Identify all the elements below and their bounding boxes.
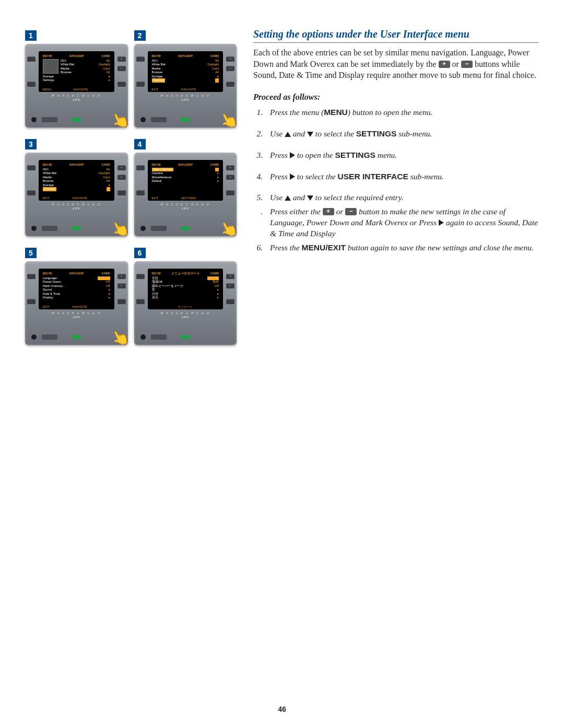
- step-5: 5. Use and to select the required entry.: [253, 192, 539, 203]
- side-button-icon: [226, 190, 234, 195]
- side-button-icon: [27, 165, 36, 170]
- side-button-icon: [136, 82, 145, 87]
- screen-topbar-item: ISO 50: [43, 54, 52, 58]
- screen-topbar-item: CARD: [210, 272, 219, 275]
- minus-button-icon: [461, 61, 473, 68]
- menu-row: Mark Overexp.:Off: [43, 284, 110, 288]
- plus-button-icon: [323, 208, 334, 215]
- minus-button-icon: [118, 66, 126, 71]
- screen-topbar-item: ISO 50: [152, 272, 161, 275]
- step-5-text: Use and to select the required entry.: [270, 192, 539, 203]
- minus-button-icon: [226, 283, 234, 288]
- camera-back-illustration: ISO 50DAYLIGHTCARDUser Interface▸Camera▸…: [134, 153, 237, 236]
- pointing-hand-icon: 👆: [217, 217, 241, 240]
- figure-number: 6: [134, 248, 146, 258]
- step-5b-number: .: [253, 206, 263, 239]
- screen-bottom-label: NAVIGATE: [73, 197, 88, 200]
- plus-button-icon: [118, 274, 126, 279]
- menu-row: ISO:50: [43, 168, 110, 172]
- menu-row: Media:Card: [61, 67, 110, 71]
- menu-row: Camera▸: [152, 171, 219, 176]
- minus-button-icon: [345, 208, 357, 215]
- screen-topbar-item: CARD: [102, 54, 110, 58]
- up-arrow-icon: [285, 195, 291, 201]
- right-arrow-icon: [439, 219, 444, 226]
- figure-2: 2ISO 50DAYLIGHTCARDISO:50White Bal:Dayli…: [134, 30, 237, 128]
- figure-4: 4ISO 50DAYLIGHTCARDUser Interface▸Camera…: [134, 139, 237, 236]
- menu-row: ISO:50: [152, 59, 219, 63]
- menu-row: Storage▸: [43, 183, 110, 188]
- intro-paragraph: Each of the above entries can be set by …: [253, 47, 539, 81]
- menu-row: Date & Time▸: [43, 292, 110, 296]
- card-slot-icon: [42, 226, 57, 231]
- down-arrow-icon: [307, 195, 313, 201]
- minus-button-icon: [118, 175, 126, 180]
- menu-row: ISO:50: [61, 59, 110, 63]
- menu-row: Media:Card: [43, 176, 110, 180]
- figure-6: 6ISO 50メニュー/ナビゲートCARD言語日本語電源Off:無効露出オーバー…: [134, 248, 237, 345]
- minus-button-icon: [226, 175, 234, 180]
- screen-topbar-item: DAYLIGHT: [179, 54, 193, 58]
- screen-bottom-label: EXIT: [43, 197, 50, 200]
- brand-label: H A S S E L B L A DCFV: [30, 202, 123, 211]
- figure-number: 3: [25, 139, 37, 149]
- card-slot-icon: [151, 117, 167, 122]
- text-column: Setting the options under the User Inter…: [253, 20, 539, 345]
- pointing-hand-icon: 👆: [108, 217, 132, 240]
- menu-row: Miscellaneous▸: [152, 176, 219, 180]
- figure-3: 3ISO 50DAYLIGHTCARDISO:50White Bal:Dayli…: [25, 139, 128, 236]
- menu-row: 表示▸: [152, 296, 219, 300]
- brand-label: H A S S E L B L A DCFV: [30, 94, 123, 102]
- side-button-icon: [118, 299, 126, 304]
- up-arrow-icon: [285, 132, 291, 137]
- step-6: 6. Press the MENU/EXIT button again to s…: [253, 242, 539, 253]
- figure-number: 1: [25, 30, 37, 41]
- lcd-screen: ISO 50DAYLIGHTCARDISO:50White Bal:Daylig…: [148, 51, 224, 92]
- menu-row: Storage▸: [152, 75, 219, 79]
- step-3-text: Press to open the SETTINGS menu.: [270, 150, 539, 161]
- screen-bottom-label: EXIT: [152, 88, 159, 91]
- pointing-hand-icon: 👆: [108, 108, 132, 132]
- screen-bottom-label: EXIT: [152, 197, 159, 200]
- thumbnail-icon: [43, 59, 58, 74]
- down-arrow-icon: [307, 132, 313, 137]
- step-2-number: 2.: [253, 129, 263, 140]
- menu-row: White Bal:Daylight: [152, 63, 219, 67]
- figure-number: 2: [134, 30, 146, 41]
- screen-bottom-label: EXIT: [43, 305, 50, 308]
- screen-bottom-label: SETTINGS: [181, 197, 196, 200]
- screen-topbar-item: CARD: [210, 163, 219, 167]
- plus-button-icon: [118, 165, 126, 170]
- ir-port-icon: [140, 226, 146, 231]
- status-led-icon: [181, 118, 190, 122]
- side-button-icon: [136, 274, 145, 279]
- step-1-number: 1.: [253, 107, 263, 118]
- plus-button-icon: [226, 274, 234, 279]
- step-6-number: 6.: [253, 242, 263, 253]
- step-5b-text: Press either the or button to make the n…: [270, 206, 539, 239]
- figure-number: 4: [134, 139, 146, 149]
- ir-port-icon: [31, 117, 37, 122]
- status-led-icon: [181, 335, 190, 339]
- step-5b: . Press either the or button to make the…: [253, 206, 539, 239]
- side-button-icon: [136, 299, 145, 304]
- screen-bottom-label: ナビゲート: [178, 305, 193, 308]
- brand-label: H A S S E L B L A DCFV: [139, 94, 232, 102]
- side-button-icon: [27, 274, 36, 279]
- step-4-number: 4.: [253, 171, 263, 182]
- model-label: CFV: [139, 206, 232, 211]
- plus-button-icon: [439, 61, 450, 68]
- menu-row: White Bal:Daylight: [61, 63, 110, 67]
- side-button-icon: [118, 82, 126, 87]
- menu-row: 音▸: [152, 288, 219, 292]
- lcd-screen: ISO 50DAYLIGHTCARDUser Interface▸Camera▸…: [148, 160, 224, 201]
- pointing-hand-icon: 👆: [108, 326, 132, 349]
- menu-row: Browse:All: [43, 179, 110, 183]
- side-button-icon: [136, 190, 145, 195]
- ir-port-icon: [140, 334, 146, 340]
- screen-topbar-item: ISO 50: [152, 54, 161, 58]
- status-led-icon: [72, 226, 81, 230]
- screen-topbar-item: DAYLIGHT: [69, 272, 84, 275]
- menu-row: White Bal:Daylight: [43, 171, 110, 176]
- menu-row: Sound▸: [43, 288, 110, 292]
